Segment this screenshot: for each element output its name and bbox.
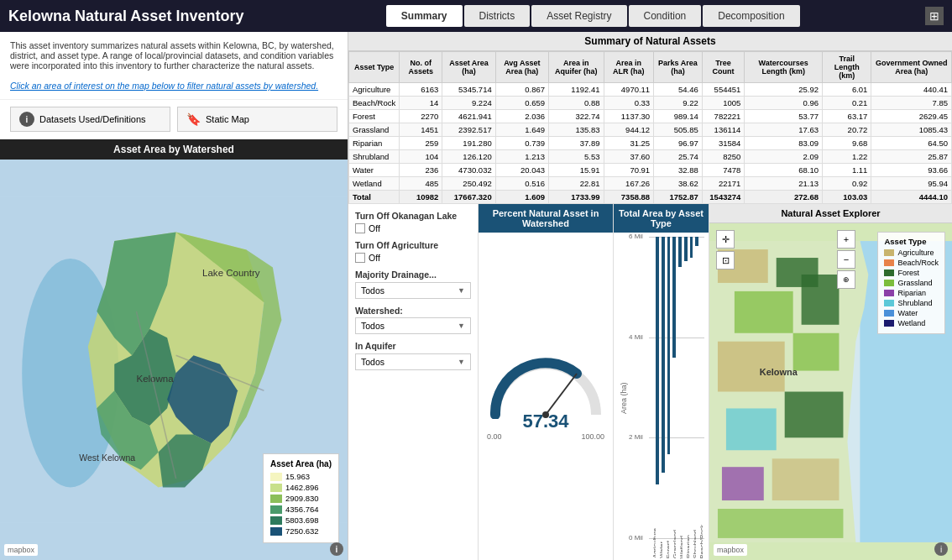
cell-3-7: 136114 (702, 123, 745, 137)
x-label-shrubland: Shrubland (692, 530, 696, 560)
cell-5-0: Shrubland (349, 150, 400, 164)
gauge-section: Percent Natural Asset in Watershed (479, 204, 614, 560)
cell-5-8: 2.09 (745, 150, 823, 164)
summary-table: Asset Type No. of Assets Asset Area (ha)… (348, 51, 952, 204)
description-body: This asset inventory summarizes natural … (10, 40, 334, 71)
bar-fill-grassland (672, 237, 676, 358)
watershed-dropdown[interactable]: Todos ▼ (355, 317, 471, 334)
legend-value-2: 1462.896 (285, 483, 319, 492)
explorer-title: Natural Asset Explorer (709, 204, 952, 223)
svg-rect-16 (793, 333, 840, 371)
cell-2-4: 322.74 (548, 110, 604, 123)
cell-8-9: 103.03 (823, 191, 871, 204)
cell-0-1: 6163 (400, 83, 442, 97)
watershed-link[interactable]: Click an area of interest on the map bel… (10, 81, 318, 91)
exp-label-beachrock: Beach/Rock (897, 259, 939, 267)
static-map-button[interactable]: 🔖 Static Map (177, 107, 337, 132)
svg-text:Lake Country: Lake Country (202, 268, 260, 278)
map-info-icon[interactable]: i (330, 542, 343, 556)
tab-districts[interactable]: Districts (464, 5, 531, 27)
agriculture-label: Turn Off Agriculture (355, 240, 471, 250)
cell-0-5: 4970.11 (604, 83, 654, 97)
cell-5-9: 1.22 (823, 150, 871, 164)
expand-button[interactable]: ⊞ (925, 7, 944, 25)
cell-2-8: 53.77 (745, 110, 823, 123)
cell-7-0: Wetland (349, 177, 400, 191)
bar-forest (667, 237, 671, 539)
drainage-value: Todos (361, 285, 384, 296)
bar-fill-water (662, 237, 665, 473)
tab-asset-registry[interactable]: Asset Registry (531, 5, 626, 27)
right-panel: Summary of Natural Assets Asset Type No.… (348, 32, 952, 560)
bar-shrubland (690, 237, 693, 539)
tab-decomposition[interactable]: Decomposition (703, 5, 799, 27)
legend-item-2: 1462.896 (270, 483, 332, 492)
left-buttons: i Datasets Used/Definitions 🔖 Static Map (0, 100, 348, 139)
cell-3-5: 944.12 (604, 123, 654, 137)
aquifer-dropdown[interactable]: Todos ▼ (355, 353, 471, 370)
cell-3-1: 1451 (400, 123, 442, 137)
explorer-toolbar: ✛ ⊡ (716, 230, 735, 270)
cell-8-6: 1752.87 (654, 191, 703, 204)
x-label-wetland: Wetland (678, 536, 683, 560)
legend-color-5 (270, 516, 282, 525)
svg-rect-13 (735, 291, 793, 333)
aquifer-value: Todos (361, 357, 384, 367)
table-row: Total1098217667.3201.6091733.997358.8817… (349, 191, 952, 204)
svg-rect-20 (772, 458, 840, 500)
bookmark-icon: 🔖 (186, 113, 201, 126)
pan-tool-button[interactable]: ✛ (716, 230, 735, 249)
bar-fill-beachrock (695, 237, 698, 246)
select-tool-button[interactable]: ⊡ (716, 251, 735, 270)
col-aquifer: Area in Aquifer (ha) (548, 52, 604, 83)
cell-3-0: Grassland (349, 123, 400, 137)
legend-color-6 (270, 527, 282, 536)
explorer-map[interactable]: Kelowna ✛ ⊡ + − ⊕ Asset Type (709, 223, 952, 560)
x-label-beachrock: Beach/Rock (698, 525, 703, 560)
okanagan-control: Turn Off Okanagan Lake Off (355, 211, 471, 233)
cell-4-3: 0.739 (495, 137, 548, 150)
cell-7-9: 0.92 (823, 177, 871, 191)
zoom-out-button[interactable]: − (837, 250, 855, 269)
drainage-dropdown[interactable]: Todos ▼ (355, 282, 471, 299)
summary-section: Summary of Natural Assets Asset Type No.… (348, 32, 952, 204)
zoom-in-button[interactable]: + (837, 230, 855, 249)
col-asset-area: Asset Area (ha) (442, 52, 495, 83)
cell-2-2: 4621.941 (442, 110, 495, 123)
cell-0-2: 5345.714 (442, 83, 495, 97)
cell-3-3: 1.649 (495, 123, 548, 137)
tab-condition[interactable]: Condition (629, 5, 702, 27)
exp-legend-shrubland: Shrubland (884, 299, 939, 307)
legend-item-5: 5803.698 (270, 516, 332, 525)
cell-4-10: 64.50 (871, 137, 952, 150)
cell-3-6: 505.85 (654, 123, 703, 137)
tab-summary[interactable]: Summary (386, 5, 463, 27)
watershed-map[interactable]: Lake Country Kelowna West Kelowna Asset … (0, 160, 348, 560)
bar-fill-agriculture (656, 237, 659, 484)
svg-rect-21 (718, 509, 843, 538)
agriculture-checkbox[interactable] (355, 253, 365, 263)
cell-0-8: 25.92 (745, 83, 823, 97)
zoom-buttons: + − ⊕ (837, 230, 855, 289)
bar-grassland (672, 237, 676, 539)
legend-item-1: 15.963 (270, 472, 332, 481)
cell-5-2: 126.120 (442, 150, 495, 164)
cell-2-7: 782221 (702, 110, 745, 123)
explorer-info-icon[interactable]: i (934, 542, 948, 556)
zoom-fit-button[interactable]: ⊕ (837, 270, 855, 289)
static-map-label: Static Map (206, 114, 249, 124)
cell-5-3: 1.213 (495, 150, 548, 164)
aquifer-control: In Aquifer Todos ▼ (355, 341, 471, 370)
cell-5-10: 25.87 (871, 150, 952, 164)
cell-0-7: 554451 (702, 83, 745, 97)
cell-6-9: 1.11 (823, 164, 871, 177)
cell-8-4: 1733.99 (548, 191, 604, 204)
okanagan-checkbox[interactable] (355, 223, 365, 233)
bar-wetland (678, 237, 682, 539)
cell-8-1: 10982 (400, 191, 442, 204)
datasets-button[interactable]: i Datasets Used/Definitions (10, 107, 170, 132)
cell-7-10: 95.94 (871, 177, 952, 191)
legend-title: Asset Area (ha) (270, 459, 332, 468)
dropdown-arrow-watershed: ▼ (458, 322, 465, 330)
cell-5-5: 37.60 (604, 150, 654, 164)
